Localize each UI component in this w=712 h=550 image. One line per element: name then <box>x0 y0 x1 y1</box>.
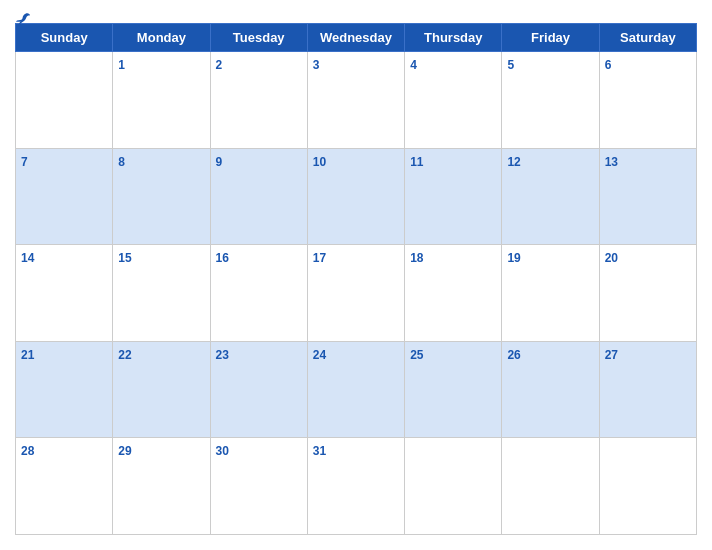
calendar-cell: 22 <box>113 341 210 438</box>
day-number: 14 <box>21 251 34 265</box>
calendar-cell: 13 <box>599 148 696 245</box>
calendar-cell: 23 <box>210 341 307 438</box>
calendar-cell <box>405 438 502 535</box>
weekday-sunday: Sunday <box>16 24 113 52</box>
day-number: 13 <box>605 155 618 169</box>
day-number: 1 <box>118 58 125 72</box>
day-number: 29 <box>118 444 131 458</box>
week-row-3: 14151617181920 <box>16 245 697 342</box>
calendar-header <box>15 10 697 15</box>
calendar-cell: 25 <box>405 341 502 438</box>
calendar-cell: 6 <box>599 52 696 149</box>
calendar-cell: 21 <box>16 341 113 438</box>
calendar-cell: 18 <box>405 245 502 342</box>
weekday-thursday: Thursday <box>405 24 502 52</box>
calendar-cell: 29 <box>113 438 210 535</box>
day-number: 12 <box>507 155 520 169</box>
day-number: 23 <box>216 348 229 362</box>
calendar-cell <box>502 438 599 535</box>
calendar-cell: 3 <box>307 52 404 149</box>
day-number: 2 <box>216 58 223 72</box>
day-number: 16 <box>216 251 229 265</box>
calendar-cell: 30 <box>210 438 307 535</box>
day-number: 18 <box>410 251 423 265</box>
logo <box>15 12 33 26</box>
calendar-cell <box>599 438 696 535</box>
weekday-wednesday: Wednesday <box>307 24 404 52</box>
calendar-cell: 17 <box>307 245 404 342</box>
week-row-4: 21222324252627 <box>16 341 697 438</box>
day-number: 3 <box>313 58 320 72</box>
calendar-table: SundayMondayTuesdayWednesdayThursdayFrid… <box>15 23 697 535</box>
week-row-1: 123456 <box>16 52 697 149</box>
day-number: 27 <box>605 348 618 362</box>
day-number: 7 <box>21 155 28 169</box>
day-number: 24 <box>313 348 326 362</box>
day-number: 31 <box>313 444 326 458</box>
day-number: 15 <box>118 251 131 265</box>
day-number: 8 <box>118 155 125 169</box>
weekday-friday: Friday <box>502 24 599 52</box>
day-number: 25 <box>410 348 423 362</box>
calendar-cell: 26 <box>502 341 599 438</box>
day-number: 30 <box>216 444 229 458</box>
calendar-cell: 24 <box>307 341 404 438</box>
day-number: 11 <box>410 155 423 169</box>
calendar-cell: 7 <box>16 148 113 245</box>
calendar-cell: 4 <box>405 52 502 149</box>
day-number: 26 <box>507 348 520 362</box>
day-number: 4 <box>410 58 417 72</box>
calendar-cell: 9 <box>210 148 307 245</box>
calendar-cell: 8 <box>113 148 210 245</box>
calendar-cell: 5 <box>502 52 599 149</box>
calendar-cell: 19 <box>502 245 599 342</box>
weekday-saturday: Saturday <box>599 24 696 52</box>
calendar-cell: 2 <box>210 52 307 149</box>
day-number: 20 <box>605 251 618 265</box>
day-number: 5 <box>507 58 514 72</box>
day-number: 6 <box>605 58 612 72</box>
calendar-cell: 27 <box>599 341 696 438</box>
week-row-2: 78910111213 <box>16 148 697 245</box>
day-number: 10 <box>313 155 326 169</box>
calendar-cell: 15 <box>113 245 210 342</box>
calendar-cell: 31 <box>307 438 404 535</box>
calendar-cell <box>16 52 113 149</box>
calendar-cell: 11 <box>405 148 502 245</box>
week-row-5: 28293031 <box>16 438 697 535</box>
day-number: 9 <box>216 155 223 169</box>
day-number: 21 <box>21 348 34 362</box>
day-number: 28 <box>21 444 34 458</box>
day-number: 19 <box>507 251 520 265</box>
logo-blue <box>15 12 33 26</box>
calendar-cell: 10 <box>307 148 404 245</box>
calendar-cell: 20 <box>599 245 696 342</box>
logo-bird-icon <box>15 12 31 26</box>
calendar-cell: 14 <box>16 245 113 342</box>
calendar-cell: 1 <box>113 52 210 149</box>
day-number: 22 <box>118 348 131 362</box>
weekday-tuesday: Tuesday <box>210 24 307 52</box>
day-number: 17 <box>313 251 326 265</box>
calendar-cell: 16 <box>210 245 307 342</box>
weekday-header-row: SundayMondayTuesdayWednesdayThursdayFrid… <box>16 24 697 52</box>
calendar-cell: 12 <box>502 148 599 245</box>
weekday-monday: Monday <box>113 24 210 52</box>
calendar-cell: 28 <box>16 438 113 535</box>
